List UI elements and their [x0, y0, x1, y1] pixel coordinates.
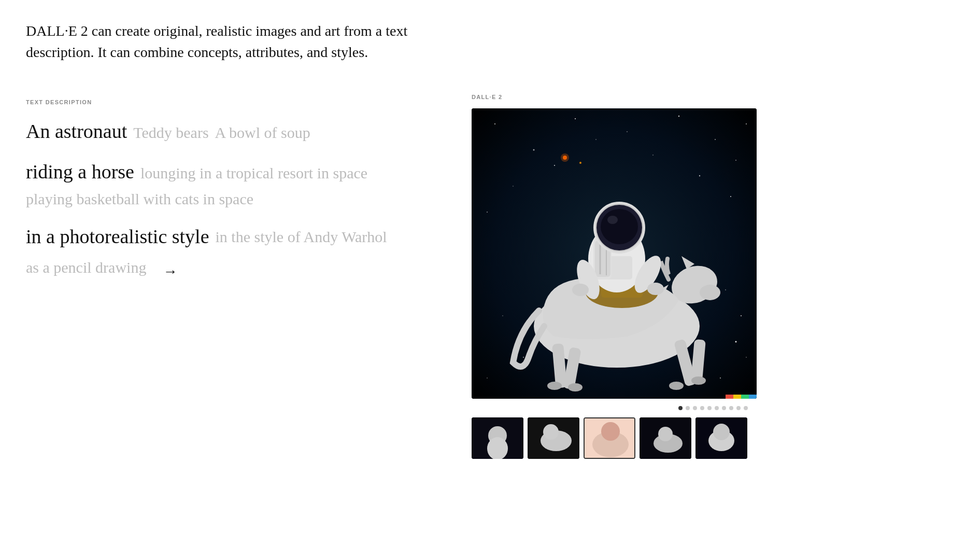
dot-5[interactable] [707, 406, 712, 410]
left-panel: TEXT DESCRIPTION An astronaut Teddy bear… [26, 94, 430, 297]
svg-point-2 [533, 149, 535, 151]
svg-point-76 [713, 424, 730, 440]
dot-3[interactable] [693, 406, 697, 410]
thumbnail-1[interactable] [472, 417, 523, 459]
suggestion-2b[interactable]: playing basketball with cats in space [26, 190, 253, 208]
suggestion-3a[interactable]: in the style of Andy Warhol [216, 228, 387, 246]
thumbnail-5[interactable] [695, 417, 747, 459]
svg-point-57 [572, 284, 589, 296]
dot-2[interactable] [686, 406, 690, 410]
svg-point-17 [741, 315, 742, 316]
text-block-3: in a photorealistic style in the style o… [26, 225, 430, 280]
svg-rect-59 [733, 395, 741, 399]
svg-point-67 [543, 424, 559, 440]
svg-rect-60 [741, 395, 749, 399]
dot-6[interactable] [715, 406, 719, 410]
dot-8[interactable] [729, 406, 733, 410]
svg-point-20 [720, 377, 721, 379]
svg-point-10 [554, 165, 555, 166]
svg-point-9 [513, 186, 514, 187]
primary-text-2: riding a horse [26, 160, 134, 184]
right-panel: DALL·E 2 [472, 94, 954, 459]
primary-text-3: in a photorealistic style [26, 225, 209, 249]
dot-9[interactable] [736, 406, 741, 410]
svg-point-4 [627, 131, 628, 132]
dot-1[interactable] [678, 406, 683, 410]
dot-4[interactable] [700, 406, 704, 410]
thumbnail-3[interactable] [584, 417, 635, 459]
suggestion-2a[interactable]: lounging in a tropical resort in space [140, 164, 367, 183]
pagination-dots [472, 406, 954, 410]
space-scene-svg [472, 108, 757, 399]
svg-point-12 [699, 175, 700, 176]
svg-point-16 [725, 289, 726, 290]
intro-text: DALL·E 2 can create original, realistic … [26, 21, 451, 63]
svg-point-15 [595, 139, 596, 140]
svg-point-5 [678, 116, 679, 117]
svg-point-13 [487, 212, 488, 213]
svg-point-8 [746, 123, 747, 124]
thumbnail-4[interactable] [640, 417, 691, 459]
dalle-label: DALL·E 2 [472, 94, 954, 100]
svg-point-11 [652, 155, 654, 156]
text-block-2: riding a horse lounging in a tropical re… [26, 160, 430, 209]
dot-7[interactable] [722, 406, 726, 410]
main-image[interactable] [472, 108, 757, 399]
svg-point-1 [494, 123, 495, 124]
dot-10[interactable] [744, 406, 748, 410]
svg-point-37 [669, 382, 684, 390]
svg-point-73 [658, 427, 673, 441]
text-description-label: TEXT DESCRIPTION [26, 99, 430, 105]
svg-point-52 [607, 216, 618, 224]
suggestion-1b[interactable]: A bowl of soup [215, 123, 310, 142]
svg-point-38 [691, 376, 706, 385]
svg-point-22 [523, 357, 524, 358]
text-block-1: An astronaut Teddy bears A bowl of soup [26, 120, 430, 144]
generate-button[interactable]: → [163, 263, 177, 280]
svg-point-40 [568, 383, 583, 391]
svg-point-26 [579, 162, 581, 164]
svg-point-18 [735, 341, 737, 343]
svg-rect-58 [726, 395, 733, 399]
thumbnail-2[interactable] [528, 417, 579, 459]
svg-point-39 [547, 382, 562, 390]
svg-point-51 [601, 209, 638, 244]
svg-point-6 [715, 139, 716, 140]
primary-text-1: An astronaut [26, 120, 127, 144]
svg-point-3 [575, 118, 576, 119]
svg-rect-61 [749, 395, 757, 399]
suggestion-3b[interactable]: as a pencil drawing [26, 258, 146, 277]
suggestion-1a[interactable]: Teddy bears [133, 123, 208, 142]
svg-point-64 [487, 437, 508, 459]
thumbnail-strip [472, 417, 954, 459]
svg-point-25 [561, 153, 569, 162]
svg-point-70 [601, 422, 620, 441]
svg-point-31 [700, 285, 720, 300]
svg-point-56 [647, 283, 664, 295]
svg-point-19 [746, 357, 747, 358]
svg-point-23 [487, 377, 488, 379]
svg-point-7 [735, 160, 736, 161]
svg-point-21 [502, 315, 503, 316]
svg-point-14 [730, 196, 731, 197]
